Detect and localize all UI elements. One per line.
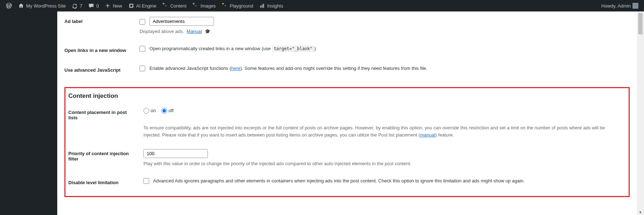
row-open-links: Open links in a new window Open programm… [64, 40, 630, 60]
site-name[interactable]: My WordPress Site [15, 0, 69, 11]
open-links-title: Open links in a new window [64, 48, 126, 53]
admin-bar: My WordPress Site 7 0 New AI Engine Cont… [0, 0, 644, 11]
placement-title: Content placement in post lists [68, 110, 127, 120]
graduation-cap-icon: 🎓 [205, 29, 210, 34]
advanced-js-checkbox[interactable] [140, 66, 145, 71]
advanced-js-title: Use advanced JavaScript [64, 67, 121, 73]
ai-engine[interactable]: AI Engine [125, 0, 159, 11]
row-priority: Priority of content injection filter Pla… [68, 144, 626, 173]
svg-rect-1 [130, 5, 132, 7]
images-label: Images [200, 3, 216, 9]
new-content[interactable]: New [102, 0, 125, 11]
open-links-desc-before: Open programmatically created links in a… [150, 46, 272, 51]
scrollbar[interactable]: ▼ [638, 11, 643, 215]
comment-icon [88, 3, 94, 9]
comments[interactable]: 0 [85, 0, 102, 11]
sparkle-icon [221, 3, 228, 9]
placement-on-radio[interactable] [143, 108, 149, 114]
ad-label-checkbox[interactable] [140, 19, 145, 25]
insights-label: Insights [267, 3, 283, 9]
priority-input[interactable] [143, 149, 208, 158]
row-ad-label: Ad label Displayed above ads. Manual 🎓 [64, 11, 630, 40]
ai-playground[interactable]: Playground [219, 0, 256, 11]
settings-content: Ad label Displayed above ads. Manual 🎓 O… [57, 11, 637, 215]
scrollbar-thumb[interactable] [638, 13, 643, 34]
insights[interactable]: Insights [256, 0, 286, 11]
svg-rect-4 [263, 4, 264, 8]
plus-icon [104, 3, 111, 9]
comments-count: 0 [96, 3, 99, 9]
content-label: Content [170, 3, 187, 9]
wp-logo[interactable] [3, 0, 15, 11]
placement-off-label[interactable]: off [161, 108, 174, 113]
ai-images[interactable]: Images [189, 0, 219, 11]
new-label: New [113, 3, 122, 9]
scroll-down-icon[interactable]: ▼ [638, 210, 643, 214]
ai-engine-label: AI Engine [136, 3, 156, 9]
open-links-desc-after: ) [314, 46, 316, 51]
advanced-js-desc-after: ). Some features and add-ons might overr… [240, 66, 427, 71]
sparkle-icon [192, 3, 199, 9]
ad-label-desc: Displayed above ads. [140, 29, 184, 34]
advanced-js-desc-before: Enable advanced JavaScript functions ( [150, 66, 231, 71]
placement-on-label[interactable]: on [143, 108, 156, 113]
my-account[interactable]: Howdy, Admin [599, 0, 641, 11]
row-advanced-js: Use advanced JavaScript Enable advanced … [64, 60, 630, 80]
svg-rect-3 [262, 5, 262, 8]
admin-sidebar [0, 11, 57, 215]
placement-manual-link[interactable]: manual [420, 132, 435, 138]
open-links-code: target="_blank" [272, 46, 314, 52]
ai-icon [128, 3, 135, 9]
advanced-js-link[interactable]: here [231, 66, 240, 71]
playground-label: Playground [230, 3, 253, 9]
placement-desc-after: ) feature. [435, 132, 454, 138]
placement-desc-before: To ensure compatibility, ads are not inj… [143, 125, 605, 138]
priority-title: Priority of content injection filter [68, 151, 129, 162]
ad-label-input[interactable] [150, 17, 214, 26]
priority-desc: Play with this value in order to change … [143, 160, 622, 167]
ad-label-title: Ad label [64, 19, 83, 24]
site-name-label: My WordPress Site [26, 3, 66, 9]
home-icon [18, 3, 24, 9]
updates[interactable]: 7 [69, 0, 85, 11]
placement-off-radio[interactable] [161, 108, 167, 114]
row-placement: Content placement in post lists on off T… [68, 102, 626, 144]
ad-label-manual-link[interactable]: Manual [187, 29, 202, 34]
bar-chart-icon [259, 3, 265, 9]
row-disable-level: Disable level limitation Advanced Ads ig… [68, 173, 626, 192]
content-injection-section: Content injection Content placement in p… [64, 87, 630, 197]
disable-level-desc: Advanced Ads ignores paragraphs and othe… [153, 178, 525, 183]
sparkle-icon [162, 3, 169, 9]
disable-level-title: Disable level limitation [68, 180, 118, 185]
refresh-icon [72, 3, 78, 9]
avatar [633, 3, 638, 9]
content-injection-heading: Content injection [68, 88, 626, 102]
open-links-checkbox[interactable] [140, 46, 145, 52]
updates-count: 7 [80, 3, 82, 9]
svg-rect-2 [260, 6, 261, 8]
disable-level-checkbox[interactable] [143, 178, 149, 184]
ai-content[interactable]: Content [159, 0, 190, 11]
howdy-label: Howdy, Admin [601, 3, 631, 9]
